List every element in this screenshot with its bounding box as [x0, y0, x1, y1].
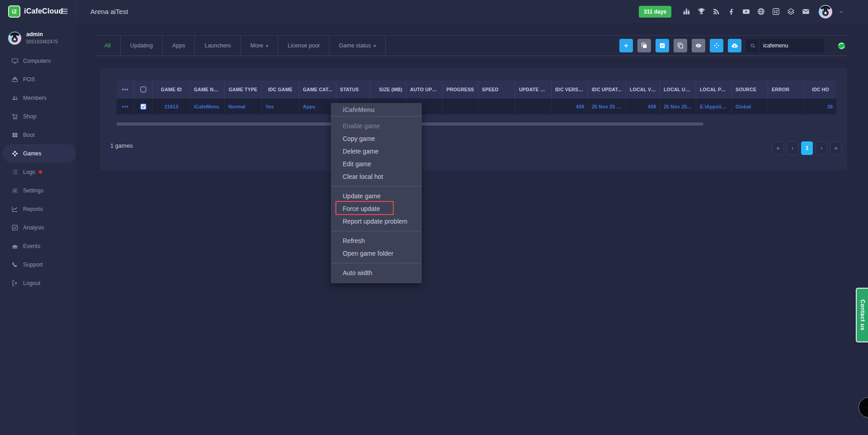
- columns-menu-icon[interactable]: •••: [122, 86, 129, 93]
- copy-games-button[interactable]: [637, 39, 651, 52]
- trophy-icon[interactable]: [697, 7, 706, 16]
- column-header[interactable]: SIZE (MB): [370, 80, 406, 98]
- tab-launchers[interactable]: Launchers: [195, 36, 241, 56]
- column-header-label: GAME TYPE: [229, 87, 258, 92]
- column-header[interactable]: SOURCE: [731, 80, 768, 98]
- menu-item-label: Clear local hot: [343, 173, 383, 180]
- merge-games-button[interactable]: [710, 39, 723, 52]
- duplicate-games-button[interactable]: [674, 39, 687, 52]
- tab-license-pool[interactable]: License pool: [278, 36, 329, 56]
- menu-item-label: Refresh: [343, 237, 365, 244]
- tab-updating[interactable]: Updating: [121, 36, 163, 56]
- select-all-checkbox[interactable]: [140, 86, 147, 93]
- sidebar-item-computers[interactable]: Computers: [0, 51, 76, 70]
- menu-item-clear-local-hot[interactable]: Clear local hot: [331, 170, 422, 183]
- sidebar-item-games[interactable]: Games: [3, 144, 76, 163]
- table-cell: 21613: [152, 98, 190, 114]
- table-row[interactable]: •••21613iCafeMenuNormalYesApps43925 Nov …: [117, 98, 836, 114]
- chat-toggle-button[interactable]: ‹: [859, 397, 868, 418]
- select-games-button[interactable]: [656, 39, 669, 52]
- rss-icon[interactable]: [712, 7, 721, 16]
- column-header[interactable]: GAME NAME: [190, 80, 224, 98]
- column-header[interactable]: IDC UPDAT...: [588, 80, 626, 98]
- sidebar-item-label: Logs: [23, 169, 35, 175]
- sidebar-item-shop[interactable]: Shop: [0, 107, 76, 126]
- sidebar-item-reports[interactable]: Reports: [0, 200, 76, 218]
- layers-icon[interactable]: [786, 7, 795, 16]
- column-header[interactable]: GAME TYPE: [224, 80, 261, 98]
- column-header[interactable]: ERROR: [768, 80, 804, 98]
- sidebar-item-events[interactable]: Events: [0, 237, 76, 255]
- menu-item-refresh[interactable]: Refresh: [331, 234, 422, 247]
- add-game-button[interactable]: [619, 39, 633, 52]
- menu-item-auto-width[interactable]: Auto width: [331, 267, 422, 279]
- column-header-label: SPEED: [482, 87, 499, 92]
- pagination-next[interactable]: ›: [816, 141, 827, 155]
- facebook-icon[interactable]: [726, 7, 736, 16]
- ranking-icon[interactable]: [682, 7, 691, 16]
- globe-icon[interactable]: [756, 7, 765, 16]
- tab-more[interactable]: More▾: [241, 36, 278, 56]
- menu-item-report-update-problem[interactable]: Report update problem: [331, 215, 422, 228]
- sidebar-item-pos[interactable]: POS: [0, 70, 76, 89]
- icafecloud-mark-icon[interactable]: [771, 7, 780, 16]
- topbar-divider: [76, 0, 76, 23]
- sidebar-item-settings[interactable]: Settings: [0, 181, 76, 200]
- sidebar-item-label: Settings: [23, 187, 43, 194]
- column-header[interactable]: IDC GAME: [261, 80, 299, 98]
- column-header-label: ERROR: [772, 87, 789, 92]
- tab-all[interactable]: All: [95, 36, 121, 56]
- user-avatar[interactable]: [819, 5, 832, 19]
- pagination-first[interactable]: «: [772, 141, 784, 155]
- sidebar-item-logout[interactable]: Logout: [0, 274, 76, 292]
- menu-item-force-update[interactable]: Force update: [331, 202, 422, 215]
- youtube-icon[interactable]: [741, 7, 750, 16]
- column-header[interactable]: LOCAL VER...: [626, 80, 660, 98]
- cloud-update-button[interactable]: [728, 39, 741, 52]
- sidebar-item-analysis[interactable]: Analysis: [0, 218, 76, 237]
- column-header[interactable]: •••: [117, 80, 134, 98]
- sidebar-item-boot[interactable]: Boot: [0, 126, 76, 144]
- column-header[interactable]: STATUS: [336, 80, 370, 98]
- column-header[interactable]: GAME CAT...: [299, 80, 336, 98]
- pagination-last[interactable]: »: [830, 141, 842, 155]
- contact-us-tab[interactable]: Contact us: [856, 288, 868, 342]
- search-input[interactable]: [760, 42, 824, 49]
- column-header[interactable]: IDC HO: [804, 80, 836, 98]
- preview-games-button[interactable]: [692, 39, 705, 52]
- sidebar-item-logs[interactable]: Logs: [0, 163, 76, 181]
- mail-icon[interactable]: [801, 7, 810, 16]
- column-header[interactable]: UPDATE ME...: [515, 80, 551, 98]
- column-header[interactable]: SPEED: [478, 80, 515, 98]
- user-menu-chevron[interactable]: [838, 9, 844, 15]
- column-header[interactable]: AUTO UPD...: [406, 80, 442, 98]
- sidebar-item-support[interactable]: Support: [0, 255, 76, 274]
- menu-item-delete-game[interactable]: Delete game: [331, 145, 422, 158]
- menu-toggle-icon[interactable]: [59, 6, 70, 17]
- menu-item-copy-game[interactable]: Copy game: [331, 132, 422, 145]
- pagination-prev[interactable]: ‹: [787, 141, 798, 155]
- pagination-page-1[interactable]: 1: [801, 141, 813, 155]
- menu-item-update-game[interactable]: Update game: [331, 190, 422, 202]
- license-days-badge[interactable]: 311 days: [639, 6, 671, 18]
- publish-globe-icon[interactable]: [837, 42, 846, 50]
- table-cell: 439: [626, 98, 660, 114]
- column-header-label: PROGRESS: [446, 87, 474, 92]
- row-checkbox[interactable]: [140, 103, 147, 110]
- column-header[interactable]: LOCAL UPD...: [660, 80, 696, 98]
- tab-game-status[interactable]: Game status▾: [330, 36, 386, 56]
- menu-item-open-game-folder[interactable]: Open game folder: [331, 247, 422, 260]
- menu-item-edit-game[interactable]: Edit game: [331, 158, 422, 170]
- row-menu-button[interactable]: •••: [122, 103, 129, 110]
- cell-value: Normal: [228, 104, 245, 109]
- table-cell: [478, 98, 515, 114]
- sidebar-item-members[interactable]: Members: [0, 89, 76, 107]
- cell-value: 439: [576, 104, 584, 109]
- column-header[interactable]: LOCAL PATH: [696, 80, 731, 98]
- column-header[interactable]: IDC VERSION: [551, 80, 588, 98]
- column-header[interactable]: PROGRESS: [442, 80, 478, 98]
- column-header[interactable]: [134, 80, 152, 98]
- tab-apps[interactable]: Apps: [163, 36, 195, 56]
- column-header-label: SIZE (MB): [379, 87, 402, 92]
- column-header[interactable]: GAME ID: [152, 80, 190, 98]
